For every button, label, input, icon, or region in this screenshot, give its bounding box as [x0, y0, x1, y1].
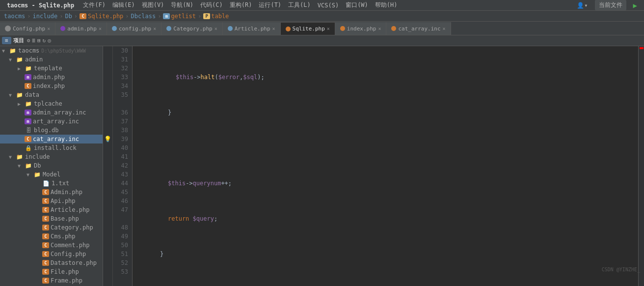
- tree-item-category-php[interactable]: C Category.php: [0, 223, 103, 232]
- menu-help[interactable]: 帮助(H): [372, 0, 401, 10]
- tab-article-php[interactable]: Article.php ×: [223, 22, 281, 35]
- tree-item-1txt[interactable]: 📄 1.txt: [0, 179, 103, 188]
- tree-item-admin-php[interactable]: m admin.php: [0, 73, 103, 82]
- menu-code[interactable]: 代码(C): [197, 0, 226, 10]
- menu-tools[interactable]: 工具(L): [285, 0, 314, 10]
- tree-item-cat-array[interactable]: C cat_array.inc: [0, 135, 103, 143]
- gutter-38: [103, 126, 112, 135]
- breadcrumb-db[interactable]: Db: [65, 13, 72, 20]
- toolbar-label: 项目: [13, 37, 24, 44]
- tab-sqlite-close[interactable]: ×: [327, 26, 330, 31]
- gutter-37: [103, 117, 112, 126]
- editor-area[interactable]: 💡 30 31 32: [103, 46, 644, 286]
- gutter-31: [103, 55, 112, 64]
- tab-admin-php[interactable]: admin.php ×: [55, 22, 107, 35]
- menu-run[interactable]: 运行(T): [256, 0, 284, 10]
- blog-db-icon: 🗄: [25, 127, 32, 134]
- scroll-indicator-bar: [638, 46, 644, 286]
- tab-admin-php-close[interactable]: ×: [99, 26, 102, 31]
- menu-file[interactable]: 文件(F): [80, 0, 108, 10]
- table-icon: P: [203, 13, 210, 19]
- tab-article-close[interactable]: ×: [272, 26, 275, 31]
- menu-vcs[interactable]: VCS(S): [315, 1, 342, 10]
- menu-edit[interactable]: 编辑(E): [109, 0, 138, 10]
- tab-cat-array-close[interactable]: ×: [443, 26, 446, 31]
- tree-item-model[interactable]: ▼ 📁 Model: [0, 170, 103, 179]
- tab-config-php2-close[interactable]: ×: [153, 26, 156, 31]
- tab-sqlite-php[interactable]: Sqlite.php ×: [281, 22, 335, 35]
- run-icon[interactable]: ▶: [630, 0, 640, 10]
- breadcrumb-dbclass[interactable]: Dbclass: [131, 13, 156, 20]
- code-line-32: [136, 143, 640, 152]
- tab-index-close[interactable]: ×: [378, 26, 381, 31]
- sidebar-toggle[interactable]: ≡: [2, 37, 11, 44]
- toolbar-locate[interactable]: ◎: [48, 37, 51, 44]
- project-toolbar: ≡ 项目 ⚙ ≣ ⊞ ↻ ◎: [0, 35, 644, 46]
- code-line-34: return $query;: [136, 214, 640, 223]
- tree-item-index-php-admin[interactable]: C index.php: [0, 82, 103, 90]
- tree-item-template[interactable]: ▶ 📁 template: [0, 64, 103, 73]
- tree-item-file-php[interactable]: C File.php: [0, 267, 103, 276]
- error-indicator: [640, 47, 644, 49]
- comment-php-icon: C: [42, 242, 49, 248]
- top-right-toolbar: 👤▾ 当前文件 ▶: [574, 0, 640, 10]
- tab-config-php2[interactable]: config.php ×: [107, 22, 161, 35]
- tree-item-include[interactable]: ▼ 📁 include: [0, 152, 103, 161]
- gutter-43: [103, 170, 112, 179]
- gutter: 💡: [103, 46, 113, 286]
- menu-nav[interactable]: 导航(N): [168, 0, 196, 10]
- breadcrumb-getlist[interactable]: m getlist: [163, 13, 196, 20]
- tree-item-config-php[interactable]: C Config.php: [0, 250, 103, 258]
- tab-config-php[interactable]: Config.php ×: [0, 22, 55, 35]
- admin-php-icon: m: [25, 74, 31, 80]
- app-name: taocms - Sqlite.php: [4, 1, 77, 10]
- tree-item-frame-php[interactable]: C Frame.php: [0, 276, 103, 285]
- tree-item-article-php[interactable]: C Article.php: [0, 205, 103, 214]
- user-icon[interactable]: 👤▾: [574, 1, 590, 10]
- tree-item-comment-php[interactable]: C Comment.php: [0, 241, 103, 250]
- menu-window[interactable]: 窗口(W): [343, 0, 371, 10]
- toolbar-collapse[interactable]: ≣: [32, 37, 35, 44]
- code-line-30: $this->halt($error,$sql);: [136, 73, 640, 82]
- breadcrumb-taocms[interactable]: taocms: [4, 13, 25, 20]
- taocms-folder-icon: 📁: [9, 47, 17, 54]
- gutter-35: [103, 90, 112, 99]
- toolbar-expand[interactable]: ⊞: [37, 37, 41, 44]
- breadcrumb-table[interactable]: P table: [203, 13, 229, 20]
- db-folder-icon: 📁: [25, 162, 32, 169]
- gutter-36: [103, 108, 112, 117]
- tree-item-base-php[interactable]: C Base.php: [0, 214, 103, 223]
- tree-item-art-array[interactable]: m art_array.inc: [0, 117, 103, 126]
- tree-item-admin-array[interactable]: m admin_array.inc: [0, 108, 103, 117]
- tree-item-install-lock[interactable]: 🔒 install.lock: [0, 143, 103, 152]
- tree-item-blog-db[interactable]: 🗄 blog.db: [0, 126, 103, 135]
- tab-config-php-close[interactable]: ×: [47, 26, 50, 31]
- toolbar-refresh[interactable]: ↻: [43, 37, 46, 44]
- tree-item-taocms[interactable]: ▼ 📁 taocms D:\phpStudy\WWW: [0, 46, 103, 55]
- admin-folder-icon: 📁: [16, 56, 24, 63]
- art-array-icon: m: [25, 118, 31, 124]
- toolbar-settings[interactable]: ⚙: [27, 37, 30, 44]
- breadcrumb-include[interactable]: include: [33, 13, 58, 20]
- tree-item-cms-php[interactable]: C Cms.php: [0, 232, 103, 241]
- gutter-40: [103, 143, 112, 152]
- tree-item-data[interactable]: ▼ 📁 data: [0, 90, 103, 99]
- tree-item-api-php[interactable]: C Api.php: [0, 197, 103, 205]
- gutter-label1: [103, 99, 112, 108]
- tree-item-db[interactable]: ▼ 📁 Db: [0, 161, 103, 170]
- menu-view[interactable]: 视图(V): [139, 0, 167, 10]
- tree-item-admin[interactable]: ▼ 📁 admin: [0, 55, 103, 64]
- model-folder-icon: 📁: [33, 171, 41, 178]
- tab-category-php[interactable]: Category.php ×: [161, 22, 223, 35]
- tab-cat-array-inc[interactable]: cat_array.inc ×: [386, 22, 451, 35]
- menu-refactor[interactable]: 重构(R): [227, 0, 255, 10]
- tplcache-folder-icon: 📁: [25, 100, 32, 107]
- tree-item-tplcache[interactable]: ▶ 📁 tplcache: [0, 99, 103, 108]
- frame-php-icon: C: [42, 278, 49, 284]
- tree-item-datastore-php[interactable]: C Datastore.php: [0, 258, 103, 267]
- breadcrumb-sqlite-php[interactable]: C Sqlite.php: [80, 13, 123, 20]
- tree-item-admin-php-model[interactable]: C Admin.php: [0, 188, 103, 197]
- tab-index-php[interactable]: index.php ×: [335, 22, 387, 35]
- tab-category-close[interactable]: ×: [215, 26, 217, 31]
- code-content[interactable]: $this->halt($error,$sql); } $this->query…: [133, 46, 644, 286]
